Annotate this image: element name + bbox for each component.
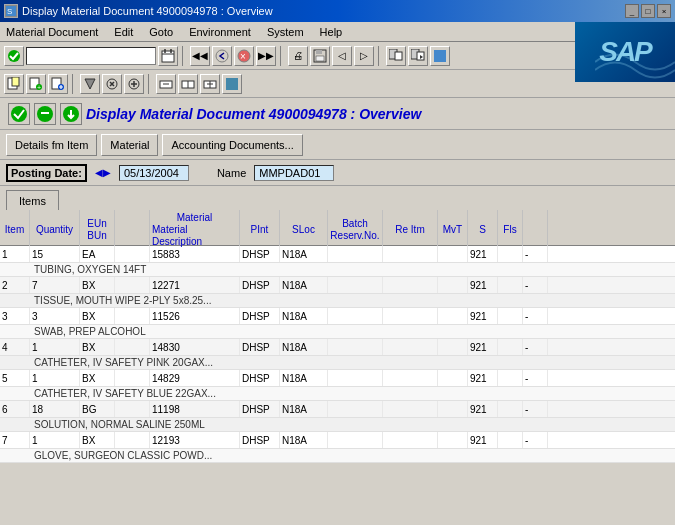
date-left-arrow[interactable]: ◀ bbox=[95, 167, 103, 178]
change-button[interactable] bbox=[48, 74, 68, 94]
items-tab[interactable]: Items bbox=[6, 190, 59, 210]
minimize-button[interactable]: _ bbox=[625, 4, 639, 18]
td-reitm bbox=[438, 370, 468, 386]
td-material: 12193 bbox=[150, 432, 240, 448]
nav-first-button[interactable]: ◀◀ bbox=[190, 46, 210, 66]
settings-button[interactable] bbox=[430, 46, 450, 66]
td-empty bbox=[115, 401, 150, 417]
table-row[interactable]: 2 7 BX 12271 DHSP N18A 921 - bbox=[0, 277, 675, 294]
description-row: CATHETER, IV SAFETY BLUE 22GAX... bbox=[0, 387, 675, 401]
td-eun: BX bbox=[80, 370, 115, 386]
doc-title: Display Material Document 4900094978 : O… bbox=[86, 106, 421, 122]
td-mvt: 921 bbox=[468, 308, 498, 324]
name-value: MMPDAD01 bbox=[254, 165, 334, 181]
icon7[interactable] bbox=[156, 74, 176, 94]
icon8[interactable] bbox=[178, 74, 198, 94]
calendar-icon-button[interactable] bbox=[158, 46, 178, 66]
td-reservno bbox=[383, 370, 438, 386]
icon5[interactable] bbox=[102, 74, 122, 94]
material-description: SWAB, PREP ALCOHOL bbox=[30, 325, 675, 338]
td-s bbox=[498, 308, 523, 324]
svg-point-31 bbox=[11, 106, 27, 122]
open-button[interactable]: + bbox=[26, 74, 46, 94]
command-input[interactable] bbox=[26, 47, 156, 65]
menu-material-document[interactable]: Material Document bbox=[4, 26, 100, 38]
svg-rect-11 bbox=[316, 50, 322, 54]
find-button[interactable] bbox=[386, 46, 406, 66]
svg-rect-12 bbox=[316, 56, 324, 61]
save-button[interactable] bbox=[310, 46, 330, 66]
accounting-documents-button[interactable]: Accounting Documents... bbox=[162, 134, 302, 156]
td-s bbox=[498, 401, 523, 417]
th-quantity: Quantity bbox=[30, 210, 80, 250]
menu-edit[interactable]: Edit bbox=[112, 26, 135, 38]
td-fls: - bbox=[523, 277, 548, 293]
material-button[interactable]: Material bbox=[101, 134, 158, 156]
material-description: CATHETER, IV SAFETY BLUE 22GAX... bbox=[30, 387, 675, 400]
table-row[interactable]: 4 1 BX 14830 DHSP N18A 921 - bbox=[0, 339, 675, 356]
menu-environment[interactable]: Environment bbox=[187, 26, 253, 38]
back-button[interactable] bbox=[4, 46, 24, 66]
td-pint: DHSP bbox=[240, 308, 280, 324]
td-eun: BG bbox=[80, 401, 115, 417]
td-s bbox=[498, 277, 523, 293]
td-item: 4 bbox=[0, 339, 30, 355]
description-row: GLOVE, SURGEON CLASSIC POWD... bbox=[0, 449, 675, 463]
td-empty bbox=[115, 339, 150, 355]
td-batch bbox=[328, 370, 383, 386]
document-header: Display Material Document 4900094978 : O… bbox=[0, 98, 675, 130]
svg-rect-3 bbox=[162, 51, 174, 62]
nav-next-button[interactable]: × bbox=[234, 46, 254, 66]
table-row[interactable]: 5 1 BX 14829 DHSP N18A 921 - bbox=[0, 370, 675, 387]
icon10[interactable] bbox=[222, 74, 242, 94]
print-button[interactable]: 🖨 bbox=[288, 46, 308, 66]
menu-system[interactable]: System bbox=[265, 26, 306, 38]
th-batch: Batch Reserv.No. bbox=[328, 210, 383, 250]
td-empty bbox=[115, 370, 150, 386]
td-reservno bbox=[383, 339, 438, 355]
td-eun: BX bbox=[80, 432, 115, 448]
td-fls: - bbox=[523, 246, 548, 262]
td-sloc: N18A bbox=[280, 246, 328, 262]
td-reitm bbox=[438, 277, 468, 293]
close-button[interactable]: × bbox=[657, 4, 671, 18]
td-batch bbox=[328, 277, 383, 293]
td-sloc: N18A bbox=[280, 339, 328, 355]
td-quantity: 1 bbox=[30, 370, 80, 386]
material-description: SOLUTION, NORMAL SALINE 250ML bbox=[30, 418, 675, 431]
menu-help[interactable]: Help bbox=[318, 26, 345, 38]
toolbar-row2: + bbox=[0, 70, 675, 98]
td-reservno bbox=[383, 277, 438, 293]
new-button[interactable] bbox=[4, 74, 24, 94]
td-quantity: 3 bbox=[30, 308, 80, 324]
td-reservno bbox=[383, 432, 438, 448]
th-mvt: MvT bbox=[438, 210, 468, 250]
th-fls: Fls bbox=[498, 210, 523, 250]
table-row[interactable]: 7 1 BX 12193 DHSP N18A 921 - bbox=[0, 432, 675, 449]
svg-rect-19 bbox=[12, 77, 19, 86]
details-fm-item-button[interactable]: Details fm Item bbox=[6, 134, 97, 156]
icon9[interactable] bbox=[200, 74, 220, 94]
desc-spacer bbox=[0, 418, 30, 431]
table-row[interactable]: 1 15 EA 15883 DHSP N18A 921 - bbox=[0, 246, 675, 263]
table-row[interactable]: 6 18 BG 11198 DHSP N18A 921 - bbox=[0, 401, 675, 418]
maximize-button[interactable]: □ bbox=[641, 4, 655, 18]
prev-doc-button[interactable]: ◁ bbox=[332, 46, 352, 66]
td-quantity: 15 bbox=[30, 246, 80, 262]
td-quantity: 7 bbox=[30, 277, 80, 293]
menu-bar: Material Document Edit Goto Environment … bbox=[0, 22, 675, 42]
next-doc-button[interactable]: ▷ bbox=[354, 46, 374, 66]
td-mvt: 921 bbox=[468, 370, 498, 386]
toolbar-row1: ◀◀ × ▶▶ 🖨 ◁ ▷ bbox=[0, 42, 675, 70]
nav-last-button[interactable]: ▶▶ bbox=[256, 46, 276, 66]
nav-prev-button[interactable] bbox=[212, 46, 232, 66]
table-row[interactable]: 3 3 BX 11526 DHSP N18A 921 - bbox=[0, 308, 675, 325]
find-next-button[interactable] bbox=[408, 46, 428, 66]
icon4[interactable] bbox=[80, 74, 100, 94]
icon6[interactable] bbox=[124, 74, 144, 94]
svg-point-7 bbox=[216, 50, 228, 62]
td-sloc: N18A bbox=[280, 401, 328, 417]
menu-goto[interactable]: Goto bbox=[147, 26, 175, 38]
td-sloc: N18A bbox=[280, 308, 328, 324]
date-right-arrow[interactable]: ▶ bbox=[103, 167, 111, 178]
